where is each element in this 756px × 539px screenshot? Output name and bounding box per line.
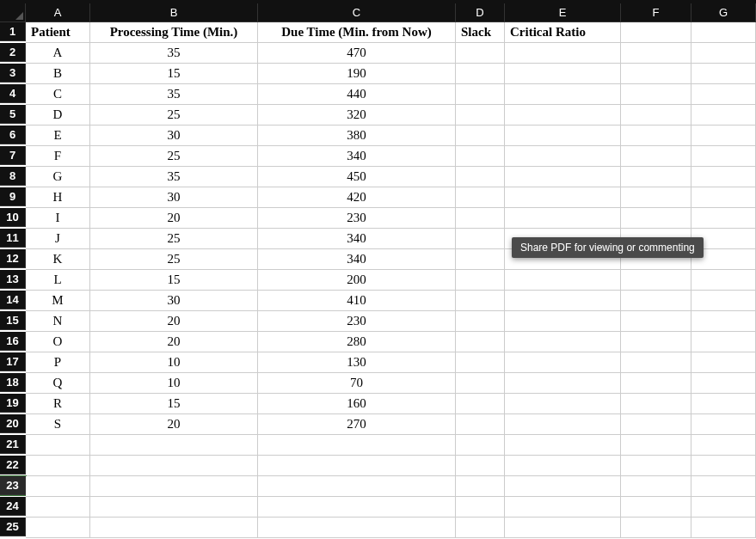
- row-header-4[interactable]: 4: [0, 84, 26, 103]
- cell-B20[interactable]: 20: [90, 414, 258, 435]
- cell-F20[interactable]: [621, 414, 691, 435]
- cell-C22[interactable]: [258, 456, 456, 476]
- cell-B8[interactable]: 35: [90, 167, 258, 187]
- cell-G18[interactable]: [691, 373, 756, 394]
- cell-B12[interactable]: 25: [90, 249, 258, 270]
- cell-D7[interactable]: [456, 146, 505, 167]
- cell-A6[interactable]: E: [26, 126, 90, 146]
- cell-G21[interactable]: [691, 435, 756, 456]
- cell-C15[interactable]: 230: [258, 311, 456, 332]
- cell-B9[interactable]: 30: [90, 187, 258, 208]
- cell-A11[interactable]: J: [26, 229, 90, 249]
- column-header-G[interactable]: G: [691, 3, 756, 22]
- row-header-10[interactable]: 10: [0, 208, 26, 227]
- column-header-C[interactable]: C: [258, 3, 456, 22]
- spreadsheet-grid[interactable]: ABCDEFG1PatientProcessing Time (Min.)Due…: [0, 0, 756, 538]
- cell-D4[interactable]: [456, 84, 505, 105]
- cell-F2[interactable]: [621, 43, 691, 64]
- row-header-25[interactable]: 25: [0, 518, 26, 536]
- cell-B2[interactable]: 35: [90, 43, 258, 64]
- cell-F8[interactable]: [621, 167, 691, 187]
- cell-C4[interactable]: 440: [258, 84, 456, 105]
- cell-G1[interactable]: [691, 22, 756, 43]
- cell-G4[interactable]: [691, 84, 756, 105]
- cell-B22[interactable]: [90, 456, 258, 476]
- cell-B17[interactable]: 10: [90, 352, 258, 373]
- cell-A5[interactable]: D: [26, 105, 90, 126]
- cell-G22[interactable]: [691, 456, 756, 476]
- cell-E17[interactable]: [505, 352, 621, 373]
- cell-F22[interactable]: [621, 456, 691, 476]
- cell-F17[interactable]: [621, 352, 691, 373]
- cell-A7[interactable]: F: [26, 146, 90, 167]
- cell-A12[interactable]: K: [26, 249, 90, 270]
- cell-D14[interactable]: [456, 291, 505, 311]
- cell-C13[interactable]: 200: [258, 270, 456, 291]
- cell-E25[interactable]: [505, 518, 621, 538]
- cell-D19[interactable]: [456, 394, 505, 414]
- cell-G25[interactable]: [691, 518, 756, 538]
- column-header-A[interactable]: A: [26, 3, 90, 22]
- cell-F14[interactable]: [621, 291, 691, 311]
- row-header-12[interactable]: 12: [0, 249, 26, 268]
- cell-F7[interactable]: [621, 146, 691, 167]
- cell-C2[interactable]: 470: [258, 43, 456, 64]
- cell-D12[interactable]: [456, 249, 505, 270]
- cell-A21[interactable]: [26, 435, 90, 456]
- cell-B18[interactable]: 10: [90, 373, 258, 394]
- cell-C8[interactable]: 450: [258, 167, 456, 187]
- cell-C9[interactable]: 420: [258, 187, 456, 208]
- column-header-F[interactable]: F: [621, 3, 691, 22]
- cell-A1[interactable]: Patient: [26, 22, 90, 43]
- cell-B7[interactable]: 25: [90, 146, 258, 167]
- row-header-9[interactable]: 9: [0, 187, 26, 206]
- cell-B11[interactable]: 25: [90, 229, 258, 249]
- cell-B1[interactable]: Processing Time (Min.): [90, 22, 258, 43]
- cell-B24[interactable]: [90, 497, 258, 518]
- cell-G9[interactable]: [691, 187, 756, 208]
- cell-G3[interactable]: [691, 64, 756, 84]
- cell-F3[interactable]: [621, 64, 691, 84]
- column-header-D[interactable]: D: [456, 3, 505, 22]
- cell-F1[interactable]: [621, 22, 691, 43]
- cell-F6[interactable]: [621, 126, 691, 146]
- row-header-21[interactable]: 21: [0, 435, 26, 454]
- cell-A13[interactable]: L: [26, 270, 90, 291]
- row-header-11[interactable]: 11: [0, 229, 26, 248]
- cell-D17[interactable]: [456, 352, 505, 373]
- cell-A17[interactable]: P: [26, 352, 90, 373]
- row-header-15[interactable]: 15: [0, 311, 26, 330]
- cell-G23[interactable]: [691, 476, 756, 497]
- cell-C10[interactable]: 230: [258, 208, 456, 229]
- cell-A9[interactable]: H: [26, 187, 90, 208]
- row-header-20[interactable]: 20: [0, 414, 26, 433]
- cell-A10[interactable]: I: [26, 208, 90, 229]
- cell-B23[interactable]: [90, 476, 258, 497]
- cell-G13[interactable]: [691, 270, 756, 291]
- cell-C21[interactable]: [258, 435, 456, 456]
- row-header-8[interactable]: 8: [0, 167, 26, 186]
- cell-D10[interactable]: [456, 208, 505, 229]
- cell-E7[interactable]: [505, 146, 621, 167]
- cell-B25[interactable]: [90, 518, 258, 538]
- cell-E5[interactable]: [505, 105, 621, 126]
- cell-D6[interactable]: [456, 126, 505, 146]
- cell-A14[interactable]: M: [26, 291, 90, 311]
- cell-G19[interactable]: [691, 394, 756, 414]
- cell-C1[interactable]: Due Time (Min. from Now): [258, 22, 456, 43]
- cell-D25[interactable]: [456, 518, 505, 538]
- row-header-23[interactable]: 23: [0, 476, 26, 495]
- cell-D1[interactable]: Slack: [456, 22, 505, 43]
- cell-F18[interactable]: [621, 373, 691, 394]
- cell-A4[interactable]: C: [26, 84, 90, 105]
- cell-B16[interactable]: 20: [90, 332, 258, 352]
- cell-B3[interactable]: 15: [90, 64, 258, 84]
- cell-C20[interactable]: 270: [258, 414, 456, 435]
- cell-F24[interactable]: [621, 497, 691, 518]
- cell-E4[interactable]: [505, 84, 621, 105]
- cell-F16[interactable]: [621, 332, 691, 352]
- row-header-6[interactable]: 6: [0, 126, 26, 144]
- cell-G8[interactable]: [691, 167, 756, 187]
- cell-D8[interactable]: [456, 167, 505, 187]
- cell-G6[interactable]: [691, 126, 756, 146]
